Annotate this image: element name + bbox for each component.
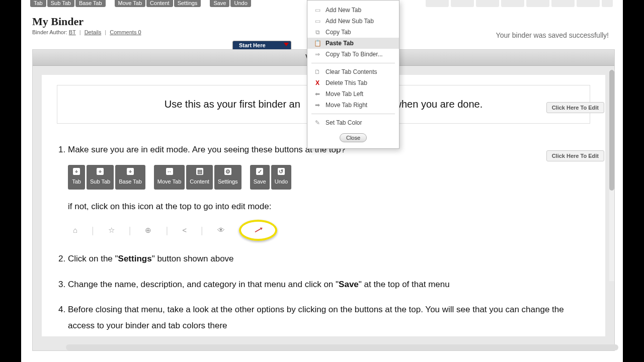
eye-icon: 👁 bbox=[217, 223, 225, 238]
active-tab-label: Start Here bbox=[239, 42, 266, 48]
mini-save: ✓Save bbox=[250, 165, 270, 190]
steps-list: Make sure you are in edit mode. Are you … bbox=[68, 142, 590, 334]
binder-title: My Binder bbox=[32, 15, 141, 28]
author-label: Binder Author: bbox=[32, 29, 67, 35]
toolbar-subtab-button[interactable]: Sub Tab bbox=[47, 0, 74, 7]
ctx-clear-contents[interactable]: 🗋Clear Tab Contents bbox=[307, 66, 399, 77]
binder-header: My Binder Binder Author: BT | Details | … bbox=[32, 15, 141, 35]
app-frame: Tab Sub Tab Base Tab Move Tab Content Se… bbox=[21, 0, 623, 362]
details-link[interactable]: Details bbox=[85, 29, 102, 35]
author-link[interactable]: BT bbox=[69, 29, 76, 35]
paste-icon: 📋 bbox=[313, 40, 321, 47]
add-subtab-icon: ▭ bbox=[313, 18, 321, 25]
binder-meta: Binder Author: BT | Details | Comments 0 bbox=[32, 29, 141, 35]
arrow-right-icon: ➡ bbox=[313, 102, 321, 109]
edit-content-button-1[interactable]: Click Here To Edit bbox=[546, 102, 604, 113]
comments-link[interactable]: Comments 0 bbox=[110, 29, 141, 35]
mini-tab: +Tab bbox=[68, 165, 85, 190]
ctx-set-color[interactable]: ✎Set Tab Color bbox=[307, 117, 399, 128]
copy-to-icon: ⇒ bbox=[313, 51, 321, 58]
add-tab-icon: ▭ bbox=[313, 7, 321, 14]
tab-context-menu: ▭Add New Tab ▭Add New Sub Tab ⧉Copy Tab … bbox=[307, 0, 399, 149]
copy-icon: ⧉ bbox=[313, 29, 321, 36]
save-success-message: Your binder was saved successfully! bbox=[496, 31, 609, 39]
ctx-paste-tab[interactable]: 📋Paste Tab bbox=[307, 38, 399, 49]
mini-basetab: +Base Tab bbox=[115, 165, 145, 190]
mini-settings: ⚙Settings bbox=[214, 165, 242, 190]
step-1: Make sure you are in edit mode. Are you … bbox=[68, 142, 590, 241]
share-icon: < bbox=[182, 223, 187, 238]
toolbar-settings-button[interactable]: Settings bbox=[174, 0, 201, 7]
clear-icon: 🗋 bbox=[313, 68, 321, 75]
mini-content: ▤Content bbox=[186, 165, 213, 190]
delete-icon: X bbox=[313, 79, 321, 86]
ctx-move-right[interactable]: ➡Move Tab Right bbox=[307, 100, 399, 111]
active-tab[interactable]: Start Here bbox=[232, 41, 291, 50]
tab-dropdown-icon[interactable] bbox=[284, 43, 289, 46]
plus-icon: ⊕ bbox=[145, 223, 151, 238]
mini-movetab: ↔Move Tab bbox=[154, 165, 185, 190]
toolbar-undo-button[interactable]: Undo bbox=[230, 0, 251, 7]
mini-toolbar-image: +Tab +Sub Tab +Base Tab ↔Move Tab ▤Conte… bbox=[68, 165, 590, 190]
horizontal-scrollbar[interactable] bbox=[66, 344, 618, 350]
toolbar-tab-button[interactable]: Tab bbox=[30, 0, 46, 7]
toolbar-content-button[interactable]: Content bbox=[146, 0, 173, 7]
step-4: Before closing that menu, take a look at… bbox=[68, 302, 590, 334]
ctx-delete-tab[interactable]: XDelete This Tab bbox=[307, 77, 399, 88]
step-3: Change the name, description, and catego… bbox=[68, 277, 590, 293]
ctx-copy-tab[interactable]: ⧉Copy Tab bbox=[307, 27, 399, 38]
star-icon: ☆ bbox=[108, 223, 115, 238]
pencil-icon bbox=[255, 228, 261, 233]
step-2: Click on the "Settings" button shown abo… bbox=[68, 251, 590, 267]
toolbar-movetab-button[interactable]: Move Tab bbox=[115, 0, 146, 7]
ctx-add-subtab[interactable]: ▭Add New Sub Tab bbox=[307, 16, 399, 27]
edit-content-button-2[interactable]: Click Here To Edit bbox=[546, 150, 604, 161]
main-toolbar: Tab Sub Tab Base Tab Move Tab Content Se… bbox=[30, 0, 259, 7]
home-icon: ⌂ bbox=[73, 223, 77, 238]
ctx-add-tab[interactable]: ▭Add New Tab bbox=[307, 5, 399, 16]
mini-subtab: +Sub Tab bbox=[87, 165, 114, 190]
ctx-move-left[interactable]: ⬅Move Tab Left bbox=[307, 88, 399, 100]
color-icon: ✎ bbox=[313, 119, 321, 126]
ghost-toolbar-placeholder bbox=[426, 0, 613, 7]
ctx-close-button[interactable]: Close bbox=[340, 133, 367, 142]
toolbar-basetab-button[interactable]: Base Tab bbox=[75, 0, 106, 7]
edit-icon-row: ⌂ | ☆ | ⊕ | < | 👁 bbox=[68, 220, 590, 241]
ctx-copy-to-binder[interactable]: ⇒Copy Tab To Binder... bbox=[307, 49, 399, 60]
tab-strip: Start Here bbox=[232, 41, 291, 50]
arrow-left-icon: ⬅ bbox=[313, 90, 321, 98]
toolbar-save-button[interactable]: Save bbox=[210, 0, 229, 7]
mini-undo: ↺Undo bbox=[271, 165, 291, 190]
step-1b-text: if not, click on this icon at the top to… bbox=[68, 199, 590, 215]
edit-mode-highlight bbox=[239, 220, 277, 241]
